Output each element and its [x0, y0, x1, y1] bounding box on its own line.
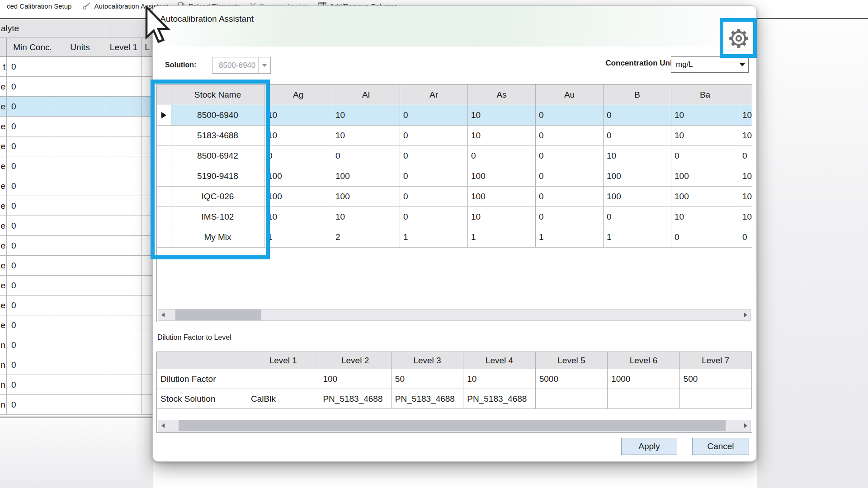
concentration-cell[interactable]: 100: [671, 166, 739, 187]
col-header-units[interactable]: Units: [54, 38, 106, 56]
concentration-cell[interactable]: 10: [264, 126, 332, 146]
concentration-cell[interactable]: 10: [332, 105, 400, 126]
table-row[interactable]: e0: [0, 236, 153, 256]
level1-cell[interactable]: [106, 296, 142, 315]
level1-cell[interactable]: [106, 77, 142, 97]
stock-column-header[interactable]: B: [604, 84, 671, 105]
min-conc-cell[interactable]: 0: [7, 97, 54, 117]
toolbar-item-ced-calibration-setup[interactable]: ced Calibration Setup: [2, 0, 76, 12]
table-row[interactable]: e0: [0, 117, 153, 136]
concentration-cell[interactable]: 10: [468, 126, 536, 146]
level1-cell[interactable]: [106, 216, 142, 236]
level-column-header[interactable]: Level 5: [536, 352, 608, 369]
level2-cell-clipped[interactable]: [142, 395, 153, 415]
level-value-cell[interactable]: 50: [392, 369, 463, 389]
stock-column-header[interactable]: As: [468, 84, 536, 105]
scroll-right-arrow-icon[interactable]: [744, 313, 747, 317]
concentration-cell[interactable]: 1: [400, 227, 468, 248]
concentration-cell[interactable]: 0: [536, 207, 604, 227]
min-conc-cell[interactable]: 0: [7, 176, 54, 196]
concentration-cell[interactable]: 0: [739, 227, 752, 248]
table-row[interactable]: e0: [0, 216, 153, 236]
min-conc-cell[interactable]: 0: [7, 57, 54, 77]
dilution-grid-horizontal-scrollbar[interactable]: [158, 420, 751, 432]
level-value-cell[interactable]: CalBlk: [247, 389, 319, 409]
level-column-header[interactable]: Level 7: [680, 352, 752, 369]
units-cell[interactable]: [54, 77, 106, 97]
units-cell[interactable]: [54, 236, 106, 256]
table-row[interactable]: e0: [0, 276, 153, 296]
concentration-cell[interactable]: 10: [739, 105, 752, 126]
scroll-right-arrow-icon[interactable]: [744, 423, 747, 428]
stock-column-header[interactable]: Ag: [264, 84, 332, 105]
concentration-cell[interactable]: 10: [671, 105, 739, 126]
concentration-cell[interactable]: 0: [468, 146, 536, 166]
level-column-header[interactable]: Level 3: [392, 352, 463, 369]
concentration-dropdown-arrow[interactable]: [736, 63, 748, 66]
level-value-cell[interactable]: 5000: [536, 369, 608, 389]
min-conc-cell[interactable]: 0: [7, 296, 54, 315]
min-conc-cell[interactable]: 0: [7, 216, 54, 236]
concentration-cell[interactable]: 0: [604, 105, 671, 126]
concentration-cell[interactable]: 0: [739, 146, 752, 166]
table-row[interactable]: e0: [0, 256, 153, 276]
level-column-header[interactable]: Level 4: [463, 352, 535, 369]
min-conc-cell[interactable]: 0: [7, 136, 54, 156]
level-value-cell[interactable]: [680, 389, 752, 409]
level1-cell[interactable]: [106, 375, 142, 395]
concentration-cell[interactable]: 10: [468, 207, 536, 227]
apply-button[interactable]: Apply: [621, 438, 677, 455]
scrollbar-thumb[interactable]: [175, 310, 261, 320]
table-row[interactable]: e0: [0, 176, 153, 196]
concentration-cell[interactable]: 0: [332, 146, 400, 166]
concentration-cell[interactable]: 2: [332, 227, 400, 248]
concentration-cell[interactable]: 10: [739, 166, 752, 187]
concentration-cell[interactable]: 1: [264, 227, 332, 248]
units-cell[interactable]: [54, 276, 106, 296]
min-conc-cell[interactable]: 0: [7, 375, 54, 395]
units-cell[interactable]: [54, 216, 106, 236]
concentration-cell[interactable]: 0: [400, 166, 468, 187]
level-column-header[interactable]: [157, 352, 247, 369]
concentration-cell[interactable]: 10: [604, 146, 671, 166]
concentration-cell[interactable]: 100: [604, 166, 671, 187]
level1-cell[interactable]: [106, 315, 142, 335]
solution-dropdown[interactable]: 8500-6940: [212, 57, 271, 74]
concentration-cell[interactable]: 100: [332, 166, 400, 187]
level-value-cell[interactable]: PN_5183_4688: [319, 389, 391, 409]
concentration-cell[interactable]: 10: [264, 207, 332, 227]
concentration-cell[interactable]: 0: [400, 146, 468, 166]
concentration-cell[interactable]: 0: [536, 187, 604, 207]
concentration-cell[interactable]: 100: [264, 187, 332, 207]
concentration-cell[interactable]: 1: [604, 227, 671, 248]
table-row[interactable]: e0: [0, 136, 153, 156]
table-row[interactable]: n0: [0, 355, 153, 375]
col-header-fragment[interactable]: [0, 38, 7, 56]
concentration-cell[interactable]: 10: [332, 207, 400, 227]
min-conc-cell[interactable]: 0: [7, 117, 54, 136]
cancel-button[interactable]: Cancel: [692, 438, 749, 455]
level1-cell[interactable]: [106, 156, 142, 176]
table-row[interactable]: e0: [0, 196, 153, 216]
level-column-header[interactable]: Level 1: [247, 352, 319, 369]
min-conc-cell[interactable]: 0: [7, 276, 54, 296]
level1-cell[interactable]: [106, 276, 142, 296]
table-row[interactable]: n0: [0, 395, 153, 415]
concentration-cell[interactable]: 10: [332, 126, 400, 146]
concentration-cell[interactable]: 100: [468, 187, 536, 207]
level1-cell[interactable]: [106, 335, 142, 355]
concentration-cell[interactable]: 100: [264, 166, 332, 187]
solution-dropdown-arrow[interactable]: [258, 57, 270, 73]
min-conc-cell[interactable]: 0: [7, 256, 54, 276]
dilution-table-row[interactable]: Dilution Factor100501050001000500: [157, 369, 752, 389]
units-cell[interactable]: [54, 256, 106, 276]
level-value-cell[interactable]: 1000: [608, 369, 679, 389]
stock-column-header[interactable]: Au: [536, 84, 604, 105]
concentration-unit-dropdown[interactable]: mg/L: [671, 56, 749, 73]
level2-cell-clipped[interactable]: [142, 315, 153, 335]
level-column-header[interactable]: Level 6: [608, 352, 679, 369]
level1-cell[interactable]: [106, 355, 142, 375]
stock-column-header[interactable]: [739, 84, 752, 105]
concentration-cell[interactable]: 1: [536, 227, 604, 248]
level-value-cell[interactable]: 500: [680, 369, 752, 389]
